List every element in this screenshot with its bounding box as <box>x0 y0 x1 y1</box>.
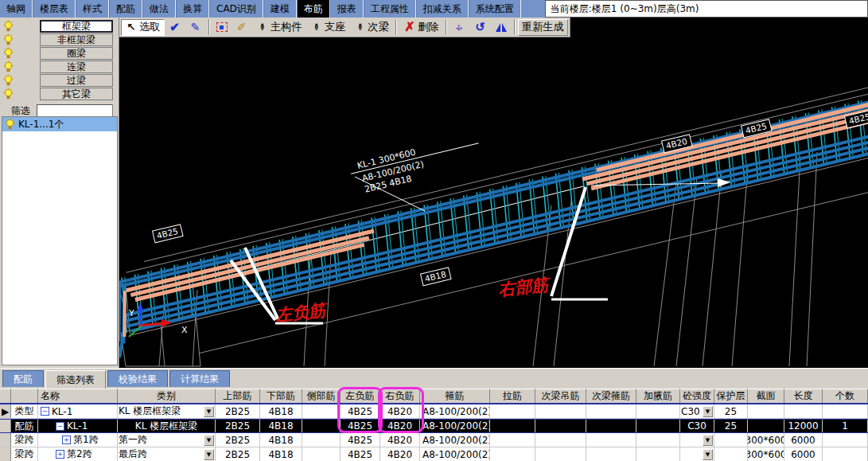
cell[interactable]: 4B25 <box>341 404 380 418</box>
sidebar-item-label[interactable]: 过梁 <box>40 74 113 87</box>
toolbar-button-brush-select[interactable] <box>232 19 252 36</box>
cell[interactable]: 4B20 <box>380 433 420 447</box>
tab-2[interactable]: 校验结果 <box>107 370 168 387</box>
column-header[interactable]: 截面 <box>748 389 784 403</box>
toolbar-button-pick-secondary-beam[interactable]: 次梁 <box>349 19 393 36</box>
dropdown-arrow-icon[interactable]: ▼ <box>703 449 713 460</box>
tab-3[interactable]: 计算结果 <box>169 370 230 387</box>
cell[interactable] <box>0 433 11 447</box>
sidebar-item-label[interactable]: 框架梁 <box>40 20 113 33</box>
sidebar-item-0[interactable]: 框架梁 <box>0 19 119 33</box>
menu-item-3[interactable]: 配筋 <box>109 0 142 18</box>
cell[interactable]: +第1跨 <box>38 433 118 447</box>
menu-item-5[interactable]: 换算 <box>176 0 209 18</box>
column-header[interactable]: 上部筋 <box>216 389 260 403</box>
cell[interactable]: 4B18 <box>260 447 302 461</box>
cell[interactable] <box>586 447 636 461</box>
cell[interactable] <box>302 433 341 447</box>
cell[interactable]: 2B25 <box>216 433 260 447</box>
cell[interactable]: A8-100/200(2) <box>420 420 490 432</box>
cell[interactable]: KL 楼层框架梁 <box>118 420 216 432</box>
cell[interactable] <box>748 420 784 432</box>
toolbar-button-pick-main-member[interactable]: 主构件 <box>252 19 306 36</box>
cell[interactable]: 25 <box>714 420 748 432</box>
table-row-3[interactable]: 梁跨+第2跨最后跨▼2B254B184B254B20A8-100/200(2)▼… <box>0 447 868 461</box>
column-header[interactable]: 左负筋 <box>341 389 380 403</box>
cell[interactable] <box>714 447 748 461</box>
sidebar-item-label[interactable]: 圈梁 <box>40 47 113 60</box>
cell[interactable]: 最后跨▼ <box>118 447 216 461</box>
cell[interactable]: A8-100/200(2) <box>420 433 490 447</box>
toolbar-button-apply[interactable] <box>165 19 185 36</box>
menu-item-11[interactable]: 扣减关系 <box>416 0 469 18</box>
cell[interactable]: −KL-1 <box>38 404 118 418</box>
tab-1[interactable]: 筛选列表 <box>45 370 106 389</box>
cell[interactable]: 4B25 <box>341 447 380 461</box>
cell[interactable] <box>490 404 535 418</box>
sidebar-item-2[interactable]: 圈梁 <box>0 46 119 60</box>
cell[interactable]: 12000 <box>784 420 823 432</box>
tab-0[interactable]: 配筋 <box>2 370 44 387</box>
sidebar-item-3[interactable]: 连梁 <box>0 60 119 73</box>
column-header[interactable]: 下部筋 <box>260 389 302 403</box>
table-row-0[interactable]: ▶类型−KL-1KL 楼层框架梁▼2B254B184B254B20A8-100/… <box>0 404 868 419</box>
cell[interactable]: 1 <box>823 420 868 432</box>
dropdown-arrow-icon[interactable]: ▼ <box>204 406 214 417</box>
cell[interactable]: A8-100/200(2) <box>420 404 490 418</box>
sidebar-item-4[interactable]: 过梁 <box>0 73 119 87</box>
cell[interactable] <box>636 433 680 447</box>
column-header[interactable]: 侧部筋 <box>302 389 341 403</box>
column-header[interactable]: 拉筋 <box>490 389 535 403</box>
cell[interactable] <box>636 447 680 461</box>
toolbar-button-mirror[interactable] <box>491 19 512 36</box>
menu-item-12[interactable]: 系统配置 <box>469 0 521 18</box>
cell[interactable] <box>586 404 636 418</box>
filter-input[interactable] <box>37 104 113 117</box>
cell[interactable] <box>302 420 341 432</box>
sidebar-item-5[interactable]: 其它梁 <box>0 87 119 100</box>
cell[interactable]: +第2跨 <box>38 447 118 461</box>
cell[interactable] <box>535 404 586 418</box>
cell[interactable]: 4B18 <box>260 433 302 447</box>
cell[interactable]: 6000 <box>784 433 823 447</box>
dropdown-arrow-icon[interactable]: ▼ <box>703 435 713 446</box>
cell[interactable] <box>0 447 11 461</box>
table-row-1[interactable]: 配筋−KL-1KL 楼层框架梁2B254B184B254B20A8-100/20… <box>0 419 868 433</box>
expand-icon[interactable]: + <box>62 436 71 444</box>
toolbar-button-edit[interactable] <box>185 19 206 36</box>
cell[interactable] <box>302 447 341 461</box>
column-header[interactable] <box>0 389 11 403</box>
column-header[interactable] <box>11 389 38 403</box>
cell[interactable]: 300*600 <box>748 433 784 447</box>
column-header[interactable]: 次梁箍筋 <box>586 389 636 403</box>
cell[interactable] <box>0 420 11 432</box>
column-header[interactable]: 长度 <box>784 389 823 403</box>
cell[interactable] <box>714 433 748 447</box>
cell[interactable]: KL 楼层框架梁▼ <box>118 404 216 418</box>
cell[interactable]: 4B20 <box>380 447 420 461</box>
cell[interactable]: 梁跨 <box>11 447 38 461</box>
toolbar-button-rotate[interactable] <box>470 19 491 36</box>
list-item-0[interactable]: KL-1...1个 <box>2 117 117 131</box>
cell[interactable]: 4B25 <box>341 420 380 432</box>
cell[interactable] <box>784 404 823 418</box>
cell[interactable]: 第一跨▼ <box>118 433 216 447</box>
cell[interactable] <box>586 433 636 447</box>
cell[interactable]: 2B25 <box>216 404 260 418</box>
beam-instance-list[interactable]: KL-1...1个 <box>2 116 118 365</box>
cell[interactable] <box>535 433 586 447</box>
cell[interactable]: 2B25 <box>216 420 260 432</box>
column-header[interactable]: 次梁吊筋 <box>535 389 586 403</box>
cell[interactable]: ▼ <box>680 447 714 461</box>
column-header[interactable]: 名称 <box>38 389 118 403</box>
column-header[interactable]: 箍筋 <box>420 389 490 403</box>
menu-item-7[interactable]: 建模 <box>263 0 297 18</box>
cell[interactable] <box>636 404 680 418</box>
cell[interactable]: 配筋 <box>11 420 38 432</box>
column-header[interactable]: 加腋筋 <box>636 389 680 403</box>
dropdown-arrow-icon[interactable]: ▼ <box>204 449 214 460</box>
menu-item-8[interactable]: 布筋 <box>297 0 330 18</box>
sidebar-item-label[interactable]: 其它梁 <box>40 88 113 100</box>
sidebar-item-label[interactable]: 非框架梁 <box>40 33 113 46</box>
menu-item-10[interactable]: 工程属性 <box>364 0 416 18</box>
